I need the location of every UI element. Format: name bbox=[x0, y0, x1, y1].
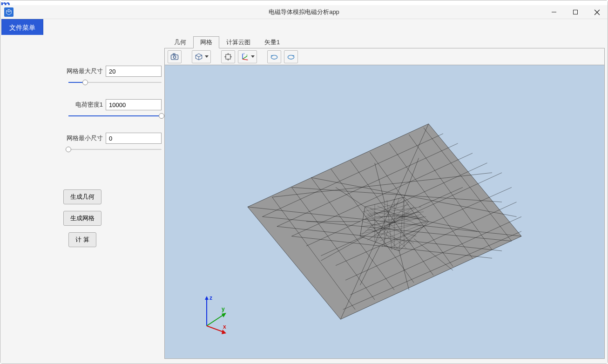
titlebar: 电磁导体模拟电磁分析app bbox=[0, 5, 608, 19]
axis-orientation-button[interactable]: z y x bbox=[238, 50, 257, 63]
zoom-extents-button[interactable] bbox=[221, 50, 235, 63]
rotate-right-icon bbox=[286, 52, 296, 61]
svg-marker-93 bbox=[205, 296, 209, 300]
mesh-min-input[interactable] bbox=[106, 133, 162, 144]
minimize-icon bbox=[551, 9, 557, 15]
generate-mesh-button[interactable]: 生成网格 bbox=[63, 211, 101, 226]
slider-thumb-icon[interactable] bbox=[82, 80, 88, 85]
svg-rect-7 bbox=[226, 54, 230, 59]
svg-rect-4 bbox=[171, 54, 178, 59]
snapshot-button[interactable] bbox=[168, 50, 182, 63]
app-icon bbox=[4, 7, 14, 17]
window-title: 电磁导体模拟电磁分析app bbox=[269, 8, 339, 16]
mesh-max-slider[interactable] bbox=[68, 79, 162, 86]
tab-vector[interactable]: 矢量1 bbox=[257, 36, 287, 48]
view-cube-icon bbox=[194, 52, 203, 61]
svg-text:x: x bbox=[247, 58, 248, 61]
slider-thumb-icon[interactable] bbox=[159, 113, 164, 119]
viewport-toolbar: z y x bbox=[165, 48, 604, 65]
mesh-min-row: 网格最小尺寸 bbox=[22, 133, 162, 144]
charge-density-row: 电荷密度1 bbox=[22, 99, 162, 110]
svg-marker-97 bbox=[222, 330, 226, 334]
viewport-container: z y x bbox=[164, 48, 605, 359]
tab-mesh[interactable]: 网格 bbox=[193, 36, 219, 48]
generate-geometry-button[interactable]: 生成几何 bbox=[63, 189, 101, 204]
mesh-max-input[interactable] bbox=[106, 66, 162, 77]
app-window: m 电磁导体模拟电磁分析app 文件菜单 网格 bbox=[0, 0, 608, 364]
axis-z-label: z bbox=[209, 295, 212, 301]
rotate-right-button[interactable] bbox=[284, 50, 298, 63]
compute-button[interactable]: 计 算 bbox=[68, 232, 96, 247]
minimize-button[interactable] bbox=[543, 5, 565, 19]
axis-y-label: y bbox=[222, 306, 225, 312]
tab-contour[interactable]: 计算云图 bbox=[219, 36, 257, 48]
charge-density-input[interactable] bbox=[106, 99, 162, 110]
svg-line-94 bbox=[207, 314, 224, 326]
svg-rect-6 bbox=[173, 54, 175, 55]
mesh-max-label: 网格最大尺寸 bbox=[67, 67, 103, 75]
svg-text:y: y bbox=[246, 53, 248, 56]
mesh-min-label: 网格最小尺寸 bbox=[67, 134, 103, 142]
zoom-extents-icon bbox=[223, 52, 233, 61]
body-area: 网格最大尺寸 电荷密度1 网格最小尺寸 bbox=[0, 35, 608, 364]
cube-icon bbox=[6, 9, 12, 15]
tab-geometry[interactable]: 几何 bbox=[167, 36, 193, 48]
close-icon bbox=[594, 9, 600, 15]
axis-orientation-icon: z y x bbox=[240, 52, 250, 61]
file-menu[interactable]: 文件菜单 bbox=[1, 19, 43, 37]
axis-x-label: x bbox=[223, 324, 226, 330]
chevron-down-icon bbox=[251, 55, 255, 58]
charge-density-label: 电荷密度1 bbox=[75, 101, 103, 109]
rotate-left-button[interactable] bbox=[267, 50, 281, 63]
axis-triad: z y x bbox=[197, 293, 239, 335]
window-controls bbox=[543, 5, 608, 19]
view-cube-button[interactable] bbox=[192, 50, 211, 63]
menubar: 文件菜单 bbox=[0, 19, 608, 35]
chevron-down-icon bbox=[205, 55, 209, 58]
3d-viewport[interactable]: z y x bbox=[165, 65, 604, 358]
svg-rect-1 bbox=[574, 10, 578, 14]
close-button[interactable] bbox=[586, 5, 608, 19]
charge-density-slider[interactable] bbox=[68, 112, 162, 120]
logo-hint: m bbox=[0, 0, 11, 5]
svg-point-5 bbox=[173, 56, 176, 58]
right-panel: 几何 网格 计算云图 矢量1 bbox=[164, 38, 605, 359]
rotate-left-icon bbox=[270, 52, 279, 61]
maximize-button[interactable] bbox=[565, 5, 586, 19]
mesh-max-row: 网格最大尺寸 bbox=[22, 66, 162, 77]
slider-thumb-icon[interactable] bbox=[66, 147, 71, 152]
camera-icon bbox=[170, 52, 179, 61]
svg-marker-95 bbox=[222, 313, 226, 317]
svg-text:z: z bbox=[243, 52, 245, 55]
top-strip: m bbox=[0, 0, 608, 5]
viewport-tabs: 几何 网格 计算云图 矢量1 bbox=[164, 38, 605, 48]
maximize-icon bbox=[573, 9, 578, 15]
mesh-min-slider[interactable] bbox=[68, 146, 162, 153]
left-panel: 网格最大尺寸 电荷密度1 网格最小尺寸 bbox=[3, 38, 162, 359]
action-buttons: 生成几何 生成网格 计 算 bbox=[63, 189, 101, 247]
svg-line-96 bbox=[207, 326, 224, 332]
